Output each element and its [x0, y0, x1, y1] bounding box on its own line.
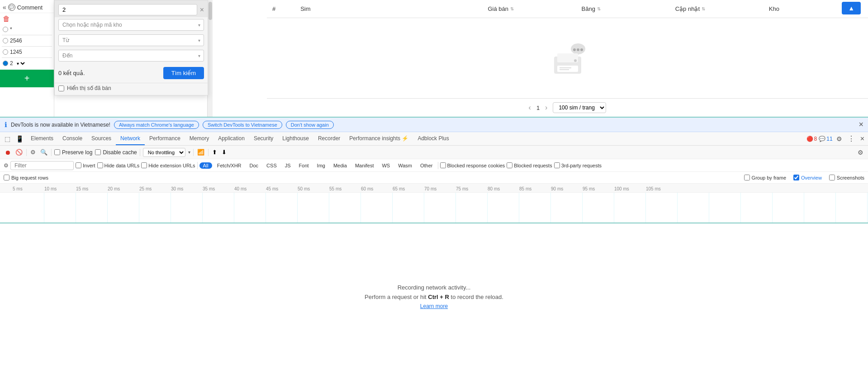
kho-select[interactable]: Chọn hoặc nhập mã kho — [58, 19, 204, 31]
tab-memory[interactable]: Memory — [185, 132, 213, 145]
col-bang[interactable]: Băng ⇅ — [582, 5, 675, 12]
switch-devtools-language-button[interactable]: Switch DevTools to Vietnamese — [203, 121, 282, 129]
always-match-language-button[interactable]: Always match Chrome's language — [114, 121, 199, 129]
prev-page-button[interactable]: ‹ — [529, 104, 531, 112]
filter-type-wasm[interactable]: Wasm — [395, 162, 415, 169]
ctrl-r-shortcut: Ctrl + R — [428, 294, 449, 300]
col-cap-nhat[interactable]: Cập nhật ⇅ — [675, 5, 769, 12]
show-sold-checkbox-label[interactable]: Hiển thị số đã bán — [58, 85, 204, 91]
filter-type-ws[interactable]: WS — [379, 162, 393, 169]
search-network-button[interactable]: 🔍 — [39, 148, 48, 157]
invert-checkbox[interactable] — [76, 162, 81, 168]
tab-elements[interactable]: Elements — [26, 132, 58, 145]
preserve-log-checkbox[interactable] — [54, 149, 60, 155]
collapse-sidebar-button[interactable]: « — [3, 4, 6, 11]
search-button[interactable]: Tìm kiếm — [163, 67, 204, 79]
screenshots-label[interactable]: Screenshots — [829, 175, 864, 180]
learn-more-link[interactable]: Learn more — [420, 303, 448, 309]
disable-cache-label[interactable]: Disable cache — [95, 149, 137, 156]
record-button[interactable]: ⏺ — [4, 148, 12, 157]
blocked-cookies-checkbox[interactable] — [440, 162, 446, 168]
hide-data-urls-label[interactable]: Hide data URLs — [97, 162, 140, 168]
sort-cap-nhat-icon: ⇅ — [702, 6, 705, 11]
dont-show-again-button[interactable]: Don't show again — [286, 121, 334, 129]
tab-security[interactable]: Security — [249, 132, 278, 145]
big-rows-checkbox[interactable] — [4, 175, 9, 180]
filter-icon-button[interactable]: ⚙ — [4, 162, 9, 169]
blue-action-button[interactable]: ▲ — [842, 2, 861, 14]
devtools-close-button[interactable]: × — [859, 135, 866, 143]
tab-console[interactable]: Console — [58, 132, 87, 145]
show-sold-checkbox[interactable] — [58, 85, 64, 91]
close-info-bar-button[interactable]: × — [859, 120, 863, 129]
overview-checkbox[interactable] — [793, 175, 799, 180]
filter-type-other[interactable]: Other — [417, 162, 436, 169]
devtools-more-button[interactable]: ⋮ — [846, 134, 857, 143]
sidebar-item-2[interactable]: 2 ▾ — [2, 59, 52, 68]
clear-button[interactable]: 🚫 — [14, 148, 24, 157]
hide-data-urls-checkbox[interactable] — [97, 162, 103, 168]
throttle-dropdown-button[interactable]: ▾ — [188, 150, 190, 155]
device-mode-button[interactable]: 📱 — [13, 135, 26, 142]
filter-type-manifest[interactable]: Manifest — [352, 162, 377, 169]
disable-cache-checkbox[interactable] — [95, 149, 101, 155]
filter-toggle-button[interactable]: ⚙ — [29, 148, 37, 157]
tab-adblock[interactable]: Adblock Plus — [413, 132, 453, 145]
tab-network[interactable]: Network — [116, 132, 145, 145]
screenshots-checkbox[interactable] — [829, 175, 835, 180]
close-dropdown-button[interactable]: × — [200, 6, 204, 14]
third-party-checkbox[interactable] — [554, 162, 560, 168]
inspect-element-button[interactable]: ⬚ — [2, 135, 13, 142]
trash-icon[interactable]: 🗑 — [3, 15, 10, 23]
network-icon-1[interactable]: 📶 — [196, 148, 205, 157]
blocked-requests-label[interactable]: Blocked requests — [507, 162, 552, 168]
big-request-rows-label[interactable]: Big request rows — [4, 175, 48, 180]
blocked-response-cookies-label[interactable]: Blocked response cookies — [440, 162, 505, 168]
filter-type-img[interactable]: Img — [314, 162, 328, 169]
throttle-select[interactable]: No throttling — [143, 148, 185, 157]
filter-type-all[interactable]: All — [199, 162, 212, 169]
filter-type-css[interactable]: CSS — [263, 162, 280, 169]
next-page-button[interactable]: › — [545, 104, 547, 112]
pagination: ‹ 1 › 100 sim / trang — [267, 98, 868, 117]
filter-input[interactable] — [10, 161, 74, 170]
col-hash: # — [272, 5, 300, 12]
den-select[interactable]: Đến — [58, 50, 204, 62]
filter-type-doc[interactable]: Doc — [247, 162, 262, 169]
hide-extension-urls-label[interactable]: Hide extension URLs — [141, 162, 195, 168]
import-har-button[interactable]: ⬆ — [211, 148, 218, 157]
search-number-input[interactable] — [58, 4, 197, 15]
devtools-settings-button[interactable]: ⚙ — [835, 135, 844, 142]
add-item-button[interactable]: + — [0, 70, 54, 87]
tab-lighthouse[interactable]: Lighthouse — [278, 132, 313, 145]
per-page-select[interactable]: 100 sim / trang — [553, 102, 606, 113]
filter-type-fetch-xhr[interactable]: Fetch/XHR — [214, 162, 245, 169]
filter-type-media[interactable]: Media — [330, 162, 350, 169]
tab-performance-insights[interactable]: Performance insights ⚡ — [345, 132, 413, 145]
filter-type-font[interactable]: Font — [296, 162, 312, 169]
sidebar-comment-label: Comment — [17, 4, 43, 11]
export-har-button[interactable]: ⬇ — [221, 148, 228, 157]
network-content-area: Recording network activity... Perform a … — [0, 223, 868, 370]
blocked-requests-checkbox[interactable] — [507, 162, 512, 168]
tab-performance[interactable]: Performance — [145, 132, 185, 145]
sidebar-item-star[interactable]: * — [2, 25, 52, 34]
sidebar-item-2546[interactable]: 2546 — [2, 36, 52, 45]
group-by-frame-checkbox[interactable] — [744, 175, 750, 180]
sidebar-item-dropdown[interactable]: ▾ — [15, 61, 26, 66]
overview-label[interactable]: Overview — [793, 175, 822, 180]
preserve-log-label[interactable]: Preserve log — [54, 149, 92, 156]
empty-state-icon — [547, 41, 588, 77]
tab-recorder[interactable]: Recorder — [313, 132, 345, 145]
group-by-frame-label[interactable]: Group by frame — [744, 175, 786, 180]
third-party-label[interactable]: 3rd-party requests — [554, 162, 602, 168]
invert-filter-label[interactable]: Invert — [76, 162, 95, 168]
tu-select[interactable]: Từ — [58, 34, 204, 46]
col-gia-ban[interactable]: Giá bán ⇅ — [488, 5, 581, 12]
network-settings-button[interactable]: ⚙ — [857, 148, 864, 157]
filter-type-js[interactable]: JS — [282, 162, 294, 169]
tab-application[interactable]: Application — [213, 132, 249, 145]
sidebar-item-1245[interactable]: 1245 — [2, 47, 52, 57]
hide-extension-urls-checkbox[interactable] — [141, 162, 147, 168]
tab-sources[interactable]: Sources — [87, 132, 116, 145]
